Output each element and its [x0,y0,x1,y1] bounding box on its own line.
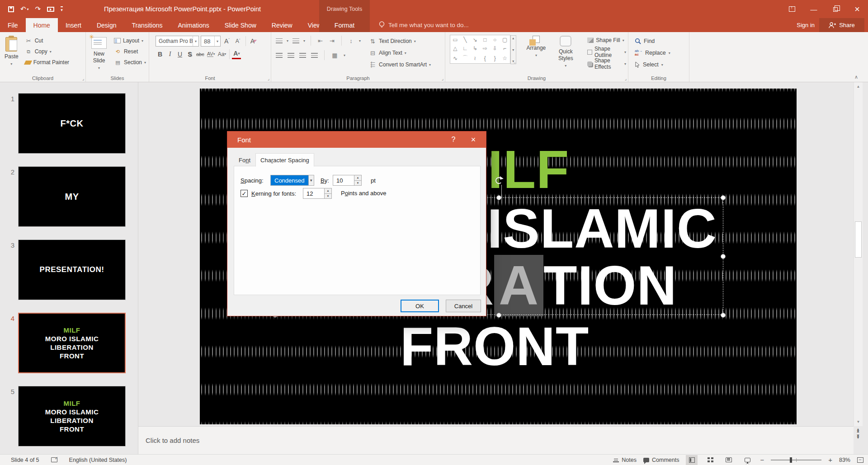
spacing-dropdown[interactable]: Condensed ▼ [270,175,314,186]
shape-icon[interactable]: ╲ [463,37,467,43]
share-button[interactable]: Share [819,18,864,32]
shape-icon[interactable]: ↘ [473,37,477,43]
shape-icon[interactable]: □ [483,37,486,43]
minimize-button[interactable]: — [803,0,825,18]
align-right-icon[interactable] [299,53,306,58]
kerning-spinner[interactable]: 12 ▲▼ [303,188,332,199]
scroll-up-icon[interactable]: ▲ [857,82,860,91]
shape-icon[interactable]: ▭ [453,37,458,43]
tab-review[interactable]: Review [264,18,300,32]
redo-button[interactable]: ↷ [35,5,41,13]
spellcheck-icon[interactable] [51,457,57,462]
tab-animations[interactable]: Animations [170,18,217,32]
comments-toggle[interactable]: Comments [643,457,679,463]
sign-in-button[interactable]: Sign in [797,18,815,32]
tab-insert[interactable]: Insert [58,18,89,32]
shape-icon[interactable]: { [484,55,486,61]
dialog-tab-font[interactable]: Font [234,154,255,167]
select-button[interactable]: Select ▾ [635,59,689,70]
reset-button[interactable]: ⟲Reset [112,46,148,57]
shape-icon[interactable]: ∿ [453,55,458,61]
grow-font-button[interactable]: Aˆ [222,36,231,47]
dialog-tab-character-spacing[interactable]: Character Spacing [255,153,314,167]
bold-button[interactable]: B [156,49,165,59]
shape-icon[interactable]: ☆ [502,55,507,61]
replace-button[interactable]: ab→ac Replace ▾ [635,47,689,58]
spinner-buttons[interactable]: ▲▼ [324,188,331,198]
shape-outline-button[interactable]: Shape Outline▾ [585,47,628,57]
close-button[interactable]: × [846,0,868,18]
line-spacing-icon[interactable]: ↕ [347,38,355,44]
shape-icon[interactable]: } [494,55,496,61]
paste-button[interactable]: Paste ▾ [5,33,19,72]
text-direction-button[interactable]: ⇅Text Direction▾ [367,36,433,47]
slide-text-line4[interactable]: FRONT [400,319,589,373]
cancel-button[interactable]: Cancel [446,300,481,312]
increase-indent-icon[interactable]: ⇥ [328,38,336,44]
section-button[interactable]: ▤Section▾ [112,57,148,68]
notes-pane[interactable]: Click to add notes [138,426,854,454]
arrange-button[interactable]: Arrange ▾ [527,32,546,71]
thumbnail-slide-3[interactable]: PRESENTATION! [18,240,126,300]
resize-handle-bottom-middle[interactable] [496,313,501,318]
cut-button[interactable]: ✂Cut [23,35,71,46]
scroll-down-icon[interactable]: ▼ [512,48,515,52]
tab-transitions[interactable]: Transitions [124,18,170,32]
strikethrough-button[interactable]: abc [195,49,205,59]
shape-icon[interactable]: ⌐ [503,45,506,52]
shapes-gallery[interactable]: ▭╲↘□○▢ △∟↳⇨⇩⌐ ∿⌒≀{}☆ ▲▼▼̲ [450,35,510,64]
numbering-icon[interactable] [292,38,299,43]
text-shadow-button[interactable]: S [185,49,194,59]
language-indicator[interactable]: English (United States) [69,457,127,463]
dialog-launcher-icon[interactable]: ⌟ [625,76,627,81]
align-left-icon[interactable] [276,53,283,58]
shrink-font-button[interactable]: Aˇ [233,36,242,47]
fit-slide-icon[interactable] [857,457,863,463]
resize-handle-top-middle[interactable] [496,195,501,200]
tab-file[interactable]: File [0,18,26,32]
character-spacing-button[interactable]: AV▾ [206,49,216,59]
next-slide-button[interactable]: ▼▼ [856,435,860,438]
view-normal-button[interactable] [686,455,698,465]
spin-down-icon[interactable]: ▼ [325,194,331,199]
convert-smartart-button[interactable]: ⬱Convert to SmartArt▾ [367,59,433,70]
layout-button[interactable]: Layout▾ [112,35,148,46]
tab-format[interactable]: Format [319,18,370,32]
vertical-scrollbar[interactable]: ▲ ▼ [854,82,863,426]
dialog-launcher-icon[interactable]: ⌟ [442,76,443,81]
start-from-beginning-button[interactable] [47,7,54,12]
dialog-launcher-icon[interactable]: ⌟ [82,76,84,81]
thumbnail-slide-5[interactable]: MILF MORO ISLAMIC LIBERATION FRONT [18,386,126,446]
notes-toggle[interactable]: Notes [613,457,637,463]
spin-down-icon[interactable]: ▼ [354,181,361,186]
thumbnail-slide-4-selected[interactable]: MILF MORO ISLAMIC LIBERATION FRONT [18,313,126,373]
clear-formatting-button[interactable]: A◤ [249,36,258,47]
shape-icon[interactable]: ▢ [502,37,507,43]
dialog-launcher-icon[interactable]: ⌟ [268,76,269,81]
find-button[interactable]: Find [635,36,689,47]
by-spinner[interactable]: 10 ▲▼ [333,175,362,186]
ok-button[interactable]: OK [401,300,439,312]
thumbnail-slide-2[interactable]: MY [18,166,126,227]
font-family-combo[interactable]: Gotham Pro B▾ [156,36,199,47]
save-button[interactable] [8,6,14,12]
thumbnail-slide-1[interactable]: F*CK [18,93,126,154]
justify-icon[interactable] [311,53,318,58]
slide-indicator[interactable]: Slide 4 of 5 [11,457,39,463]
shape-fill-button[interactable]: Shape Fill▾ [585,35,628,46]
italic-button[interactable]: I [165,49,175,59]
scrollbar-thumb[interactable] [855,221,862,258]
undo-button[interactable]: ↶▾ [20,5,29,13]
font-size-combo[interactable]: 88▾ [201,36,221,47]
shapes-scrollbar[interactable]: ▲▼▼̲ [510,35,516,64]
bullets-icon[interactable] [276,38,283,43]
columns-icon[interactable]: ▦ [331,52,339,59]
spin-up-icon[interactable]: ▲ [325,188,331,194]
zoom-in-button[interactable]: + [828,456,832,464]
scroll-up-icon[interactable]: ▲ [512,37,515,40]
decrease-indent-icon[interactable]: ⇤ [316,38,324,44]
restore-button[interactable] [825,0,846,18]
align-text-button[interactable]: ⊟Align Text▾ [367,47,433,58]
quick-styles-button[interactable]: Quick Styles ▾ [556,32,576,71]
change-case-button[interactable]: Aa▾ [217,49,227,59]
